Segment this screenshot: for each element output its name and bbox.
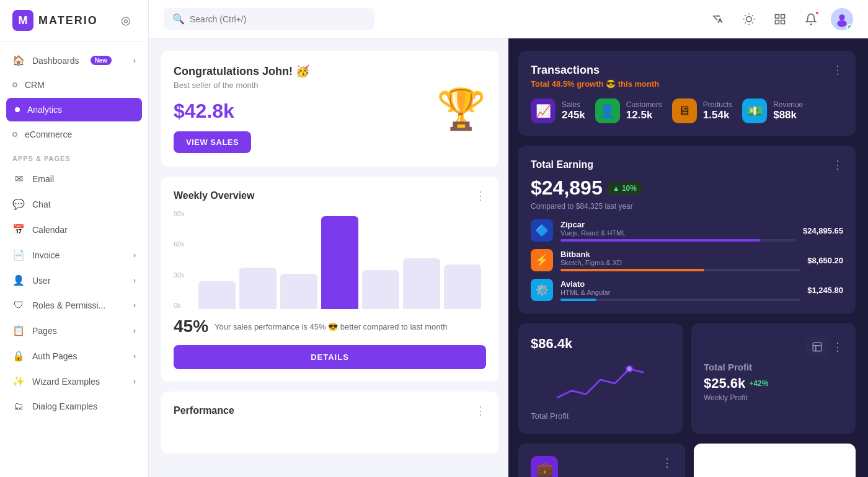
svg-point-0	[746, 16, 751, 21]
chevron-icon: ›	[133, 352, 136, 361]
details-button[interactable]: DETAILS	[174, 345, 486, 369]
weekly-menu-icon[interactable]: ⋮	[475, 189, 486, 203]
earning-list: 🔷 Zipcar Vuejs, React & HTML $24,895.65 …	[531, 219, 843, 301]
weekly-bar	[403, 258, 440, 310]
svg-rect-2	[781, 14, 785, 18]
chevron-icon: ›	[133, 326, 136, 335]
sidebar-item-user[interactable]: 👤User›	[0, 268, 148, 293]
sidebar-item-pages[interactable]: 📋Pages›	[0, 318, 148, 343]
sidebar-label-dialog: Dialog Examples	[32, 401, 97, 411]
sidebar-label-calendar: Calendar	[32, 225, 68, 235]
search-input[interactable]	[190, 14, 366, 24]
svg-point-7	[837, 20, 847, 27]
weekly-description: Your sales performance is 45% 😎 better c…	[215, 322, 447, 331]
performance-title: Performance	[174, 405, 234, 416]
grid-icon[interactable]	[769, 8, 791, 30]
svg-rect-4	[781, 20, 785, 24]
chevron-icon: ›	[133, 251, 136, 260]
search-icon: 🔍	[172, 13, 185, 25]
earning-item-zipcar: 🔷 Zipcar Vuejs, React & HTML $24,895.65	[531, 219, 843, 242]
profit-right-label: Total Profit	[704, 362, 752, 372]
sidebar-icon-chat: 💬	[12, 198, 25, 210]
avatar[interactable]	[831, 8, 853, 30]
chevron-icon: ›	[133, 377, 136, 386]
new-project-icon: 💼	[531, 456, 558, 477]
sidebar-item-analytics[interactable]: Analytics	[6, 98, 142, 121]
tx-stat-info: Revenue $88k	[773, 100, 803, 121]
sidebar-item-auth[interactable]: 🔒Auth Pages›	[0, 343, 148, 369]
sidebar-item-ecommerce[interactable]: eCommerce	[0, 123, 148, 146]
earning-amount-row: $24,895 ▲ 10%	[531, 177, 843, 199]
sidebar-item-invoice[interactable]: 📄Invoice›	[0, 242, 148, 268]
profit-row: $86.4k Total Profit	[518, 323, 856, 434]
profit-right-menu[interactable]: ⋮	[832, 340, 843, 354]
new-project-menu[interactable]: ⋮	[662, 456, 673, 470]
badge-new: New	[91, 56, 112, 65]
dot-icon	[12, 132, 17, 137]
chevron-icon: ›	[133, 56, 136, 65]
svg-rect-3	[776, 20, 779, 24]
sidebar-icon-auth: 🔒	[12, 350, 25, 362]
sidebar-icon-wizard: ✨	[12, 375, 25, 387]
sidebar-label-ecommerce: eCommerce	[25, 129, 72, 139]
sidebar-header-icons: ◎	[116, 11, 136, 30]
earning-item-icon: 🔷	[531, 219, 553, 242]
sidebar-item-calendar[interactable]: 📅Calendar	[0, 217, 148, 242]
sidebar-item-roles[interactable]: 🛡Roles & Permissi...›	[0, 293, 148, 318]
apps-section-label: APPS & PAGES	[0, 146, 148, 166]
weekly-bars	[179, 210, 481, 309]
tx-stat-info: Customers 12.5k	[626, 100, 662, 121]
earning-title: Total Earning	[531, 159, 593, 170]
weekly-overview-card: Weekly Overview ⋮ 90k 60k 30k 0k 45% You…	[161, 177, 498, 382]
congrats-card: Congratulations John! 🥳 Best seller of t…	[161, 51, 498, 167]
earning-item-icon: ⚙️	[531, 279, 553, 301]
view-sales-button[interactable]: VIEW SALES	[174, 131, 251, 153]
sidebar-item-email[interactable]: ✉Email	[0, 166, 148, 191]
tx-stat-products: 🖥 Products 1.54k	[672, 98, 732, 123]
bell-icon[interactable]	[800, 8, 822, 30]
profit-line-chart	[531, 358, 670, 404]
profit-right-sublabel: Weekly Profit	[704, 393, 747, 402]
sidebar-label-crm: CRM	[25, 80, 45, 90]
sidebar-item-wizard[interactable]: ✨Wizard Examples›	[0, 369, 148, 394]
performance-menu-icon[interactable]: ⋮	[475, 404, 486, 418]
profit-chart-icon	[806, 336, 828, 358]
earning-item-info: Aviato HTML & Angular	[560, 279, 800, 301]
transactions-menu-icon[interactable]: ⋮	[832, 63, 843, 77]
translate-icon[interactable]	[707, 8, 729, 30]
performance-header: Performance ⋮	[174, 404, 486, 418]
sidebar-icon-invoice: 📄	[12, 249, 25, 261]
svg-point-6	[839, 14, 844, 20]
sidebar-item-chat[interactable]: 💬Chat	[0, 191, 148, 217]
tx-stat-sales: 📈 Sales 245k	[531, 98, 585, 123]
sidebar-item-dashboards[interactable]: 🏠DashboardsNew›	[0, 48, 148, 73]
svg-rect-1	[776, 14, 779, 18]
tx-stat-revenue: 💵 Revenue $88k	[742, 98, 803, 123]
earning-menu-icon[interactable]: ⋮	[832, 158, 843, 172]
sidebar-toggle-btn[interactable]: ◎	[116, 11, 136, 30]
sidebar-label-analytics: Analytics	[27, 105, 62, 115]
tx-stat-info: Sales 245k	[562, 100, 585, 121]
weekly-bar	[444, 265, 481, 309]
earning-item-bitbank: ⚡ Bitbank Sketch, Figma & XD $8,650.20	[531, 249, 843, 271]
topbar-right	[707, 8, 853, 30]
theme-icon[interactable]	[738, 8, 760, 30]
earning-progress-fill	[560, 239, 760, 242]
transactions-title: Transactions	[531, 64, 600, 77]
total-earning-card: Total Earning ⋮ $24,895 ▲ 10% Compared t…	[518, 146, 856, 313]
sidebar-label-email: Email	[32, 174, 54, 184]
sidebar-label-wizard: Wizard Examples	[32, 377, 100, 387]
sidebar-icon-pages: 📋	[12, 325, 25, 336]
profit-right-amount: $25.6k	[704, 375, 745, 392]
sidebar-icon-roles: 🛡	[12, 300, 25, 311]
tx-stat-customers: 👤 Customers 12.5k	[595, 98, 662, 123]
sidebar-item-crm[interactable]: CRM	[0, 73, 148, 97]
dot-icon	[15, 107, 20, 112]
weekly-footer: 45% Your sales performance is 45% 😎 bett…	[174, 317, 486, 336]
sidebar-label-user: User	[32, 276, 51, 286]
sidebar-item-dialog[interactable]: 🗂Dialog Examples	[0, 394, 148, 419]
search-box[interactable]: 🔍	[164, 8, 374, 30]
sidebar-logo: M MATERIO ◎	[0, 0, 148, 42]
weekly-chart: 90k 60k 30k 0k	[174, 210, 486, 309]
earning-comparison: Compared to $84,325 last year	[531, 202, 843, 211]
